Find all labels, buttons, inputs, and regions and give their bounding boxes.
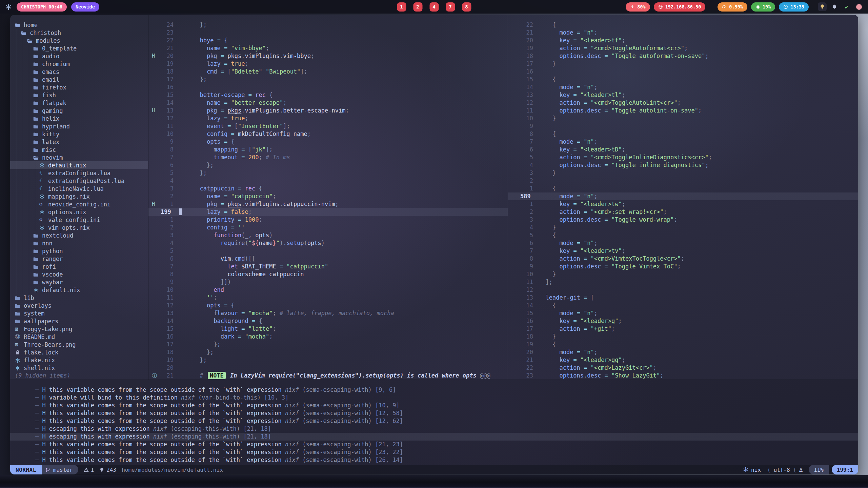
code-line[interactable]: 17 };: [148, 341, 508, 348]
tree-item[interactable]: ▨Three-Bears.png: [10, 341, 148, 348]
code-line[interactable]: 18 options.desc = "Toggle autoformat-on-…: [508, 52, 858, 60]
tree-item[interactable]: ⓂREADME.md: [10, 333, 148, 341]
code-line[interactable]: 14 {: [508, 302, 858, 309]
code-line[interactable]: 12: [508, 286, 858, 294]
tree-item[interactable]: christoph: [10, 29, 148, 37]
diagnostic-row[interactable]: ─ H this variable comes from the scope o…: [10, 456, 858, 464]
diagnostic-row[interactable]: ─ H this variable comes from the scope o…: [10, 448, 858, 456]
code-line[interactable]: 23: [148, 29, 508, 37]
tree-item[interactable]: shell.nix: [10, 364, 148, 372]
code-line[interactable]: 4 options.desc = "Toggle inline diagnost…: [508, 161, 858, 169]
workspace-button[interactable]: 8: [462, 2, 471, 12]
code-line[interactable]: 13 key = "<leader>tl";: [508, 91, 858, 99]
bell-icon[interactable]: [830, 2, 839, 11]
workspace-button[interactable]: 2: [413, 2, 422, 12]
tree-item[interactable]: modules: [10, 37, 148, 44]
code-line[interactable]: 7 let $BAT_THEME = "catppuccin": [148, 263, 508, 270]
code-line[interactable]: 22 action = "<cmd>LazyGit<cr>";: [508, 364, 858, 372]
diagnostic-row[interactable]: ─ H this variable comes from the scope o…: [10, 417, 858, 425]
tree-item[interactable]: vim_opts.nix: [10, 224, 148, 231]
code-line[interactable]: 15 {: [508, 76, 858, 83]
tree-item[interactable]: vscode: [10, 270, 148, 278]
code-line[interactable]: 5: [148, 247, 508, 255]
tree-item[interactable]: ⚙vale_config.ini: [10, 216, 148, 224]
code-line[interactable]: 6 mode = "n";: [508, 239, 858, 247]
code-line[interactable]: 19 };: [148, 356, 508, 364]
tree-item[interactable]: wallpapers: [10, 317, 148, 325]
code-line[interactable]: 10 }: [508, 270, 858, 278]
code-line[interactable]: 8 colorscheme catppuccin: [148, 270, 508, 278]
tree-item[interactable]: flatpak: [10, 99, 148, 107]
tree-item[interactable]: hyprland: [10, 122, 148, 130]
tree-item[interactable]: python: [10, 247, 148, 255]
diagnostic-row[interactable]: ─ H this variable comes from the scope o…: [10, 386, 858, 394]
code-line[interactable]: 17 }: [508, 60, 858, 68]
tree-item[interactable]: default.nix: [10, 161, 148, 169]
tree-item[interactable]: system: [10, 309, 148, 317]
code-line[interactable]: 4: [148, 177, 508, 185]
tree-item[interactable]: firefox: [10, 83, 148, 91]
code-line[interactable]: 18 };: [148, 348, 508, 356]
code-line[interactable]: 15 light = "latte";: [148, 325, 508, 333]
code-line[interactable]: 2 name = "catppuccin";: [148, 192, 508, 200]
code-line[interactable]: 3 }: [508, 169, 858, 177]
check-icon[interactable]: ✔: [842, 2, 851, 11]
code-line[interactable]: 16: [148, 83, 508, 91]
editor-pane-right[interactable]: 22 {21 mode = "n";20 key = "<leader>tf";…: [508, 15, 858, 380]
workspace-button[interactable]: 4: [429, 2, 439, 12]
code-line[interactable]: 8 mapping = ["jk"];: [148, 146, 508, 154]
tree-item[interactable]: fish: [10, 91, 148, 99]
code-line[interactable]: 16 dark = "mocha";: [148, 333, 508, 341]
tree-item[interactable]: ▨Foggy-Lake.png: [10, 325, 148, 333]
code-line[interactable]: 9 options.desc = "Toggle Vimtex ToC";: [508, 263, 858, 270]
code-line[interactable]: ⓘ21 # NOTE In LazyVim require("clang_ext…: [148, 372, 508, 380]
code-line[interactable]: 1 {: [508, 185, 858, 192]
code-line[interactable]: 15 mode = "n";: [508, 309, 858, 317]
code-line[interactable]: 4 }: [508, 224, 858, 231]
code-line[interactable]: 3 function(_, opts): [148, 231, 508, 239]
tree-item[interactable]: mappings.nix: [10, 192, 148, 200]
workspace-button[interactable]: 7: [446, 2, 455, 12]
diagnostic-row[interactable]: ─ H this variable comes from the scope o…: [10, 409, 858, 417]
code-line[interactable]: 13 leader-git = [: [508, 294, 858, 302]
code-line[interactable]: 589 mode = "n";: [508, 192, 858, 200]
tree-item[interactable]: gaming: [10, 107, 148, 115]
code-line[interactable]: 2 action = "<cmd>:set wrap!<cr>";: [508, 208, 858, 216]
code-line[interactable]: 22 bbye = {: [148, 37, 508, 44]
code-line[interactable]: 5 {: [508, 231, 858, 239]
code-line[interactable]: 10 }: [508, 115, 858, 122]
code-line[interactable]: 4 require("${name}").setup(opts): [148, 239, 508, 247]
code-line[interactable]: 12 lazy = true;: [148, 115, 508, 122]
code-line[interactable]: 5 action = "<cmd>ToggleInlineDiagnostics…: [508, 154, 858, 161]
tree-item[interactable]: lib: [10, 294, 148, 302]
code-line[interactable]: 24 };: [148, 21, 508, 29]
code-line[interactable]: 1 priority = 1000;: [148, 216, 508, 224]
code-line[interactable]: 3 catppuccin = rec {: [148, 185, 508, 192]
lamp-icon[interactable]: [818, 2, 827, 11]
code-line[interactable]: H1 pkg = pkgs.vimPlugins.catppuccin-nvim…: [148, 200, 508, 208]
code-line[interactable]: 20 key = "<leader>tf";: [508, 37, 858, 44]
tree-item[interactable]: default.nix: [10, 286, 148, 294]
tree-item[interactable]: kitty: [10, 130, 148, 138]
code-line[interactable]: 14 mode = "n";: [508, 83, 858, 91]
code-line[interactable]: 17 };: [148, 76, 508, 83]
tree-item[interactable]: latex: [10, 138, 148, 146]
tree-item[interactable]: nnn: [10, 239, 148, 247]
editor-pane-left[interactable]: 24 };2322 bbye = {21 name = "vim-bbye";H…: [148, 15, 508, 380]
code-line[interactable]: 21 mode = "n";: [508, 29, 858, 37]
code-line[interactable]: 1 key = "<leader>tw";: [508, 200, 858, 208]
tree-item[interactable]: flake.nix: [10, 356, 148, 364]
code-line[interactable]: 21 name = "vim-bbye";: [148, 44, 508, 52]
code-line[interactable]: 17 action = "+git";: [508, 325, 858, 333]
tree-item[interactable]: 0_template: [10, 44, 148, 52]
code-line[interactable]: H13 pkg = pkgs.vimPlugins.better-escape-…: [148, 107, 508, 115]
code-line[interactable]: 7 mode = "n";: [508, 138, 858, 146]
code-line[interactable]: 7 timeout = 200; # In ms: [148, 154, 508, 161]
code-line[interactable]: 11 '';: [148, 294, 508, 302]
code-line[interactable]: 13 flavour = "mocha"; # latte, frappe, m…: [148, 309, 508, 317]
code-line[interactable]: 12 opts = {: [148, 302, 508, 309]
code-line[interactable]: 20: [148, 364, 508, 372]
diagnostic-row[interactable]: ─ H escaping this with expression nixf (…: [10, 433, 858, 441]
code-line[interactable]: 8 {: [508, 130, 858, 138]
tree-item[interactable]: home: [10, 21, 148, 29]
